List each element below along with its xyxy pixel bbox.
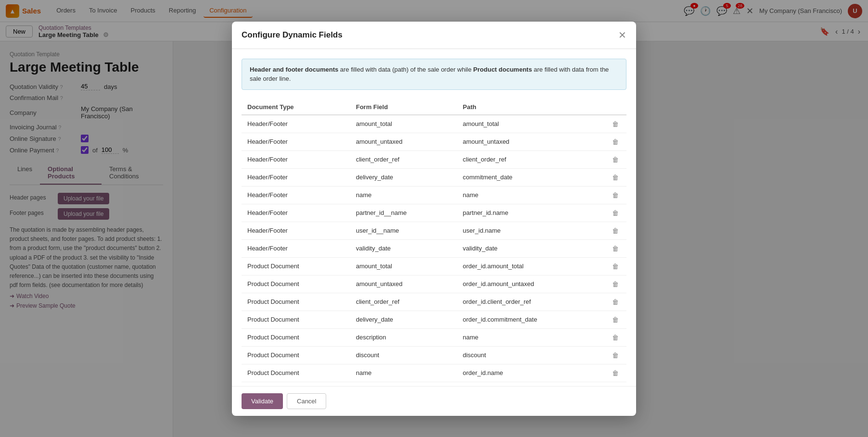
col-doc-type: Document Type [242, 100, 350, 115]
cell-path: order_id.client_order_ref [457, 293, 604, 311]
table-row: Product Document discount discount 🗑 [242, 346, 626, 364]
modal-title: Configure Dynamic Fields [242, 30, 343, 40]
cell-form-field: client_order_ref [350, 150, 457, 168]
table-row: Product Document client_order_ref order_… [242, 293, 626, 311]
cell-delete: 🗑 [604, 150, 626, 168]
configure-dynamic-fields-modal: Configure Dynamic Fields ✕ Header and fo… [232, 22, 636, 416]
delete-row-button[interactable]: 🗑 [610, 297, 621, 307]
cell-path: name [457, 328, 604, 346]
cell-delete: 🗑 [604, 168, 626, 186]
delete-row-button[interactable]: 🗑 [610, 208, 621, 218]
delete-row-button[interactable]: 🗑 [610, 155, 621, 164]
delete-row-button[interactable]: 🗑 [610, 244, 621, 253]
modal-footer: Validate Cancel [232, 386, 636, 416]
cell-doc-type: Header/Footer [242, 204, 350, 222]
cell-delete: 🗑 [604, 222, 626, 239]
cell-path: order_id.commitment_date [457, 311, 604, 328]
delete-row-button[interactable]: 🗑 [610, 333, 621, 342]
validate-button[interactable]: Validate [242, 393, 283, 409]
cell-doc-type: Header/Footer [242, 115, 350, 133]
table-row: Header/Footer client_order_ref client_or… [242, 150, 626, 168]
cell-delete: 🗑 [604, 346, 626, 364]
modal-body: Header and footer documents are filled w… [232, 49, 636, 386]
cell-path: name [457, 186, 604, 204]
cell-doc-type: Product Document [242, 364, 350, 382]
cell-form-field: client_order_ref [350, 293, 457, 311]
cell-path: client_order_ref [457, 150, 604, 168]
cell-path: order_id.name [457, 364, 604, 382]
cell-delete: 🗑 [604, 257, 626, 275]
cell-delete: 🗑 [604, 382, 626, 386]
cell-path: user_id.name [457, 222, 604, 239]
table-row: Header/Footer partner_id__name partner_i… [242, 204, 626, 222]
table-row: Header/Footer amount_untaxed amount_unta… [242, 133, 626, 150]
cell-doc-type: Header/Footer [242, 133, 350, 150]
delete-row-button[interactable]: 🗑 [610, 226, 621, 236]
cell-doc-type: Product Document [242, 311, 350, 328]
delete-row-button[interactable]: 🗑 [610, 279, 621, 289]
cell-form-field: amount_untaxed [350, 275, 457, 293]
cell-doc-type: Header/Footer [242, 150, 350, 168]
cell-delete: 🗑 [604, 328, 626, 346]
cell-path: order_id.partner_id.name [457, 382, 604, 386]
table-row: Header/Footer name name 🗑 [242, 186, 626, 204]
table-row: Product Document amount_total order_id.a… [242, 257, 626, 275]
cell-form-field: user_id__name [350, 222, 457, 239]
info-banner-part1: Header and footer documents [250, 66, 338, 73]
table-row: Product Document amount_untaxed order_id… [242, 275, 626, 293]
col-path: Path [457, 100, 604, 115]
table-row: Header/Footer delivery_date commitment_d… [242, 168, 626, 186]
cell-form-field: amount_total [350, 257, 457, 275]
delete-row-button[interactable]: 🗑 [610, 350, 621, 360]
info-banner-part2: Product documents [473, 66, 532, 73]
cell-doc-type: Product Document [242, 328, 350, 346]
cell-doc-type: Header/Footer [242, 186, 350, 204]
cell-doc-type: Header/Footer [242, 222, 350, 239]
cell-path: order_id.amount_total [457, 257, 604, 275]
table-row: Product Document partner_id__name order_… [242, 382, 626, 386]
delete-row-button[interactable]: 🗑 [610, 173, 621, 182]
cell-doc-type: Product Document [242, 275, 350, 293]
delete-row-button[interactable]: 🗑 [610, 119, 621, 129]
cell-doc-type: Product Document [242, 382, 350, 386]
cancel-button[interactable]: Cancel [287, 393, 326, 409]
delete-row-button[interactable]: 🗑 [610, 368, 621, 378]
modal-close-button[interactable]: ✕ [618, 29, 626, 41]
cell-form-field: amount_total [350, 115, 457, 133]
modal-header: Configure Dynamic Fields ✕ [232, 22, 636, 49]
cell-doc-type: Product Document [242, 346, 350, 364]
cell-doc-type: Product Document [242, 293, 350, 311]
cell-delete: 🗑 [604, 115, 626, 133]
cell-path: amount_untaxed [457, 133, 604, 150]
col-form-field: Form Field [350, 100, 457, 115]
cell-form-field: validity_date [350, 239, 457, 257]
info-banner: Header and footer documents are filled w… [242, 59, 626, 90]
delete-row-button[interactable]: 🗑 [610, 262, 621, 271]
cell-path: commitment_date [457, 168, 604, 186]
cell-delete: 🗑 [604, 186, 626, 204]
cell-form-field: partner_id__name [350, 382, 457, 386]
cell-delete: 🗑 [604, 311, 626, 328]
cell-path: order_id.amount_untaxed [457, 275, 604, 293]
table-row: Header/Footer user_id__name user_id.name… [242, 222, 626, 239]
cell-path: partner_id.name [457, 204, 604, 222]
cell-form-field: delivery_date [350, 168, 457, 186]
cell-delete: 🗑 [604, 293, 626, 311]
delete-row-button[interactable]: 🗑 [610, 137, 621, 147]
dynamic-fields-table: Document Type Form Field Path Header/Foo… [242, 100, 626, 386]
cell-delete: 🗑 [604, 133, 626, 150]
table-header: Document Type Form Field Path [242, 100, 626, 115]
modal-overlay: Configure Dynamic Fields ✕ Header and fo… [0, 0, 868, 437]
cell-form-field: partner_id__name [350, 204, 457, 222]
cell-path: amount_total [457, 115, 604, 133]
cell-form-field: name [350, 364, 457, 382]
cell-form-field: delivery_date [350, 311, 457, 328]
cell-doc-type: Product Document [242, 257, 350, 275]
delete-row-button[interactable]: 🗑 [610, 190, 621, 200]
delete-row-button[interactable]: 🗑 [610, 315, 621, 325]
table-row: Header/Footer amount_total amount_total … [242, 115, 626, 133]
cell-doc-type: Header/Footer [242, 239, 350, 257]
cell-path: validity_date [457, 239, 604, 257]
cell-form-field: discount [350, 346, 457, 364]
cell-delete: 🗑 [604, 364, 626, 382]
